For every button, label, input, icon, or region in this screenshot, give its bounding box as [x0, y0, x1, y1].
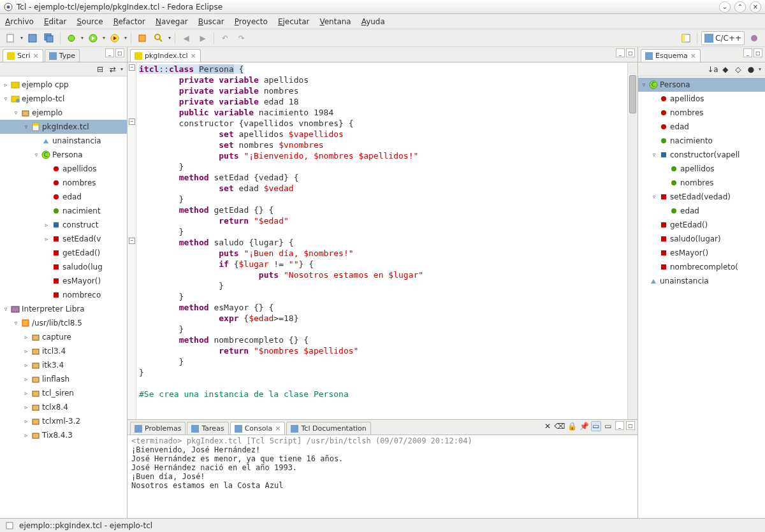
twisty-icon[interactable]: ▹ [23, 362, 29, 368]
tree-item[interactable]: nombres [638, 106, 765, 120]
nav-back-button[interactable]: ◀ [179, 31, 193, 45]
twisty-icon[interactable]: ▹ [43, 236, 50, 242]
menu-proyecto[interactable]: Proyecto [235, 17, 268, 26]
maximize-view-button[interactable]: □ [754, 48, 762, 57]
minimize-button[interactable]: ⌄ [719, 1, 731, 13]
twisty-icon[interactable]: ▹ [23, 390, 29, 396]
fold-marker[interactable]: − [129, 64, 135, 71]
tree-item[interactable]: ▿Interpreter Libra [0, 302, 127, 316]
menu-ayuda[interactable]: Ayuda [361, 17, 385, 26]
nav-next-button[interactable]: ↷ [235, 31, 249, 45]
maximize-editor-button[interactable]: □ [626, 48, 635, 57]
code-content[interactable]: itcl::class Persona { private variable a… [139, 64, 638, 399]
tree-item[interactable]: edad [638, 120, 765, 134]
tree-item[interactable]: unainstancia [0, 134, 127, 148]
hide-static-button[interactable]: ◇ [733, 64, 743, 75]
tree-item[interactable]: saludo(lug [0, 260, 127, 274]
close-icon[interactable]: × [191, 52, 196, 60]
tab-script-explorer[interactable]: Scri× [3, 49, 43, 62]
minimize-view-button[interactable]: _ [105, 48, 114, 57]
maximize-button[interactable]: ⌃ [734, 1, 746, 13]
tree-item[interactable]: saludo(lugar) [638, 232, 765, 246]
build-button[interactable] [135, 31, 149, 45]
minimize-view-button[interactable]: _ [743, 48, 752, 57]
search-button[interactable] [152, 31, 166, 45]
tree-item[interactable]: ▹Tix8.4.3 [0, 428, 127, 442]
tree-item[interactable]: edad [0, 190, 127, 204]
minimize-editor-button[interactable]: _ [616, 48, 625, 57]
debug-button[interactable] [64, 31, 78, 45]
tree-item[interactable]: getEdad() [638, 218, 765, 232]
console-scroll-lock-button[interactable]: 🔒 [567, 421, 577, 431]
tree-item[interactable]: apellidos [638, 92, 765, 106]
collapse-all-button[interactable]: ⊟ [95, 64, 105, 75]
twisty-icon[interactable]: ▿ [651, 194, 657, 200]
twisty-icon[interactable]: ▹ [23, 348, 29, 354]
minimize-view-button[interactable]: _ [615, 421, 624, 430]
twisty-icon[interactable]: ▹ [43, 222, 50, 228]
bottom-tab-consola[interactable]: Consola × [230, 422, 286, 435]
bottom-tab-tcl-documentation[interactable]: Tcl Documentation [286, 422, 370, 435]
sort-button[interactable]: ↓a [708, 64, 718, 75]
tree-item[interactable]: edad [638, 204, 765, 218]
nav-last-button[interactable]: ↶ [218, 31, 232, 45]
tree-item[interactable]: nacimient [0, 204, 127, 218]
tree-item[interactable]: nombrecompleto( [638, 260, 765, 274]
save-all-button[interactable] [42, 31, 56, 45]
tab-type-hierarchy[interactable]: Type [45, 49, 80, 62]
save-button[interactable] [26, 31, 40, 45]
console-open-button[interactable]: ▭ [603, 421, 613, 431]
tree-item[interactable]: ▹setEdad(v [0, 232, 127, 246]
twisty-icon[interactable]: ▿ [3, 306, 9, 312]
menu-ejecutar[interactable]: Ejecutar [278, 17, 310, 26]
twisty-icon[interactable]: ▿ [23, 124, 29, 130]
tree-item[interactable]: ▹construct [0, 218, 127, 232]
tree-item[interactable]: ▿pkgIndex.tcl [0, 120, 127, 134]
twisty-icon[interactable]: ▿ [3, 96, 9, 102]
console-clear-button[interactable]: ✕ [543, 421, 553, 431]
tree-item[interactable]: ▹itcl3.4 [0, 344, 127, 358]
console-show-button[interactable]: ▭ [591, 421, 601, 431]
fold-marker[interactable]: − [129, 119, 135, 125]
twisty-icon[interactable]: ▿ [641, 82, 647, 88]
twisty-icon[interactable]: ▹ [23, 418, 29, 424]
console-pin-button[interactable]: 📌 [579, 421, 589, 431]
tree-item[interactable]: ▿ejemplo-tcl [0, 92, 127, 106]
editor-gutter[interactable]: − − − [127, 62, 136, 419]
maximize-view-button[interactable]: □ [115, 48, 124, 57]
menu-editar[interactable]: Editar [44, 17, 67, 26]
close-icon[interactable]: × [275, 424, 280, 433]
tree-item[interactable]: ▿constructor(vapell [638, 148, 765, 162]
tree-item[interactable]: ▿CPersona [638, 78, 765, 92]
twisty-icon[interactable]: ▹ [23, 376, 29, 382]
tree-item[interactable]: esMayor() [638, 246, 765, 260]
editor-tab-pkgindex[interactable]: pkgIndex.tcl × [130, 49, 201, 62]
close-button[interactable]: × [750, 1, 761, 13]
tree-item[interactable]: apellidos [0, 162, 127, 176]
menu-navegar[interactable]: Navegar [156, 17, 188, 26]
tree-item[interactable]: ▿ejemplo [0, 106, 127, 120]
new-button[interactable] [4, 31, 18, 45]
tree-item[interactable]: ▿/usr/lib/tcl8.5 [0, 316, 127, 330]
project-tree[interactable]: ▹ejemplo cpp▿ejemplo-tcl▿ejemplo▿pkgInde… [0, 76, 127, 518]
perspective-cpp[interactable]: C/C++ [701, 31, 745, 45]
scrollbar-thumb[interactable] [629, 75, 636, 113]
open-perspective-button[interactable] [679, 31, 693, 45]
tree-item[interactable]: getEdad() [0, 246, 127, 260]
tree-item[interactable]: ▹tclx8.4 [0, 400, 127, 414]
code-editor[interactable]: − − − itcl::class Persona { private vari… [127, 62, 638, 419]
menu-source[interactable]: Source [76, 17, 103, 26]
twisty-icon[interactable]: ▿ [651, 152, 657, 158]
tree-item[interactable]: nombres [0, 176, 127, 190]
tree-item[interactable]: apellidos [638, 162, 765, 176]
menu-buscar[interactable]: Buscar [198, 17, 224, 26]
menu-refactor[interactable]: Refactor [113, 17, 145, 26]
perspective-other[interactable] [747, 31, 761, 45]
tree-item[interactable]: ▹tclxml-3.2 [0, 414, 127, 428]
tree-item[interactable]: ▹itk3.4 [0, 358, 127, 372]
run-button[interactable] [86, 31, 100, 45]
hide-nonpublic-button[interactable]: ● [746, 64, 756, 75]
twisty-icon[interactable]: ▹ [23, 334, 29, 340]
nav-fwd-button[interactable]: ▶ [196, 31, 210, 45]
twisty-icon[interactable]: ▿ [13, 110, 19, 116]
